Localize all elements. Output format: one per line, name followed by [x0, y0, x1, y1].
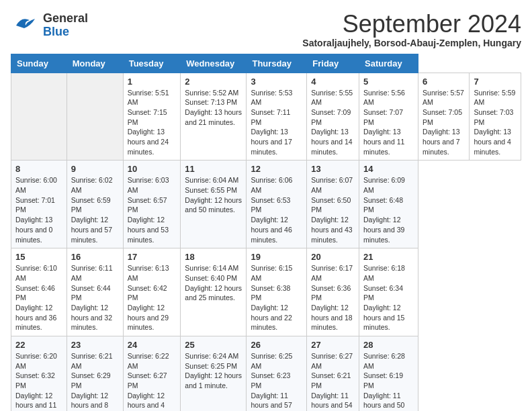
sunrise-text: Sunrise: 6:02 AM	[71, 175, 119, 195]
calendar-cell: 13Sunrise: 6:07 AMSunset: 6:50 PMDayligh…	[307, 161, 359, 248]
calendar-cell	[11, 73, 67, 161]
day-number: 28	[363, 340, 414, 350]
daylight-text: Daylight: 13 hours and 14 minutes.	[311, 127, 355, 156]
daylight-text: Daylight: 13 hours and 21 minutes.	[185, 107, 242, 127]
day-number: 26	[251, 340, 302, 350]
logo-icon	[11, 11, 40, 40]
day-info: Sunrise: 6:21 AMSunset: 6:29 PMDaylight:…	[71, 351, 119, 411]
day-number: 11	[185, 164, 242, 174]
sunset-text: Sunset: 6:42 PM	[128, 283, 177, 303]
sunrise-text: Sunrise: 6:15 AM	[251, 263, 302, 283]
calendar-cell: 11Sunrise: 6:04 AMSunset: 6:55 PMDayligh…	[181, 161, 247, 248]
daylight-text: Daylight: 12 hours and 18 minutes.	[311, 303, 355, 332]
day-info: Sunrise: 6:25 AMSunset: 6:23 PMDaylight:…	[251, 351, 302, 411]
location: Satoraljaujhely, Borsod-Abauj-Zemplen, H…	[302, 38, 521, 48]
col-saturday: Saturday	[359, 54, 418, 73]
calendar-cell: 17Sunrise: 6:13 AMSunset: 6:42 PMDayligh…	[123, 248, 181, 336]
sunrise-text: Sunrise: 6:24 AM	[185, 351, 242, 361]
day-info: Sunrise: 6:09 AMSunset: 6:48 PMDaylight:…	[363, 175, 414, 244]
sunset-text: Sunset: 7:15 PM	[128, 107, 177, 127]
calendar-cell: 4Sunrise: 5:55 AMSunset: 7:09 PMDaylight…	[307, 73, 359, 161]
calendar-cell: 18Sunrise: 6:14 AMSunset: 6:40 PMDayligh…	[181, 248, 247, 336]
daylight-text: Daylight: 12 hours and 15 minutes.	[363, 303, 414, 332]
sunrise-text: Sunrise: 5:52 AM	[185, 88, 242, 98]
day-info: Sunrise: 6:13 AMSunset: 6:42 PMDaylight:…	[128, 263, 177, 332]
day-info: Sunrise: 5:55 AMSunset: 7:09 PMDaylight:…	[311, 88, 355, 157]
day-number: 2	[185, 77, 242, 87]
calendar-cell: 19Sunrise: 6:15 AMSunset: 6:38 PMDayligh…	[247, 248, 307, 336]
sunrise-text: Sunrise: 6:10 AM	[15, 263, 62, 283]
day-info: Sunrise: 6:06 AMSunset: 6:53 PMDaylight:…	[251, 175, 302, 244]
daylight-text: Daylight: 13 hours and 24 minutes.	[128, 127, 177, 156]
calendar-cell: 15Sunrise: 6:10 AMSunset: 6:46 PMDayligh…	[11, 248, 67, 336]
calendar-cell: 10Sunrise: 6:03 AMSunset: 6:57 PMDayligh…	[123, 161, 181, 248]
page-header: General Blue September 2024 Satoraljaujh…	[11, 11, 521, 48]
sunset-text: Sunset: 7:05 PM	[423, 107, 465, 127]
calendar-cell: 20Sunrise: 6:17 AMSunset: 6:36 PMDayligh…	[307, 248, 359, 336]
day-info: Sunrise: 6:04 AMSunset: 6:55 PMDaylight:…	[185, 175, 242, 215]
daylight-text: Daylight: 12 hours and 25 minutes.	[185, 283, 242, 303]
col-thursday: Thursday	[247, 54, 307, 73]
day-number: 8	[15, 164, 62, 174]
calendar-cell: 2Sunrise: 5:52 AMSunset: 7:13 PMDaylight…	[181, 73, 247, 161]
day-info: Sunrise: 6:10 AMSunset: 6:46 PMDaylight:…	[15, 263, 62, 332]
col-sunday: Sunday	[11, 54, 67, 73]
day-info: Sunrise: 6:27 AMSunset: 6:21 PMDaylight:…	[311, 351, 355, 411]
day-number: 21	[363, 252, 414, 262]
day-number: 15	[15, 252, 62, 262]
daylight-text: Daylight: 12 hours and 50 minutes.	[185, 195, 242, 215]
daylight-text: Daylight: 13 hours and 0 minutes.	[15, 215, 62, 244]
sunrise-text: Sunrise: 6:27 AM	[311, 351, 355, 371]
daylight-text: Daylight: 12 hours and 57 minutes.	[71, 215, 119, 244]
day-number: 18	[185, 252, 242, 262]
sunset-text: Sunset: 6:34 PM	[363, 283, 414, 303]
calendar-week-row: 22Sunrise: 6:20 AMSunset: 6:32 PMDayligh…	[11, 336, 521, 411]
day-number: 19	[251, 252, 302, 262]
calendar-cell: 5Sunrise: 5:56 AMSunset: 7:07 PMDaylight…	[359, 73, 418, 161]
title-block: September 2024 Satoraljaujhely, Borsod-A…	[302, 11, 521, 48]
day-info: Sunrise: 6:07 AMSunset: 6:50 PMDaylight:…	[311, 175, 355, 244]
calendar-cell: 16Sunrise: 6:11 AMSunset: 6:44 PMDayligh…	[66, 248, 123, 336]
day-number: 4	[311, 77, 355, 87]
daylight-text: Daylight: 11 hours and 57 minutes.	[251, 391, 302, 411]
sunrise-text: Sunrise: 5:53 AM	[251, 88, 302, 107]
day-info: Sunrise: 5:53 AMSunset: 7:11 PMDaylight:…	[251, 88, 302, 157]
day-info: Sunrise: 6:00 AMSunset: 7:01 PMDaylight:…	[15, 175, 62, 244]
sunset-text: Sunset: 6:27 PM	[128, 371, 177, 390]
day-number: 17	[128, 252, 177, 262]
day-info: Sunrise: 5:57 AMSunset: 7:05 PMDaylight:…	[423, 88, 465, 157]
day-info: Sunrise: 6:28 AMSunset: 6:19 PMDaylight:…	[363, 351, 414, 411]
daylight-text: Daylight: 11 hours and 50 minutes.	[363, 391, 414, 411]
day-info: Sunrise: 5:52 AMSunset: 7:13 PMDaylight:…	[185, 88, 242, 128]
sunset-text: Sunset: 7:11 PM	[251, 107, 302, 127]
calendar-cell: 6Sunrise: 5:57 AMSunset: 7:05 PMDaylight…	[418, 73, 470, 161]
day-number: 24	[128, 340, 177, 350]
sunrise-text: Sunrise: 6:07 AM	[311, 175, 355, 195]
day-info: Sunrise: 6:03 AMSunset: 6:57 PMDaylight:…	[128, 175, 177, 244]
day-number: 7	[474, 77, 517, 87]
calendar-week-row: 15Sunrise: 6:10 AMSunset: 6:46 PMDayligh…	[11, 248, 521, 336]
calendar-cell: 24Sunrise: 6:22 AMSunset: 6:27 PMDayligh…	[123, 336, 181, 411]
day-info: Sunrise: 6:14 AMSunset: 6:40 PMDaylight:…	[185, 263, 242, 303]
daylight-text: Daylight: 12 hours and 32 minutes.	[71, 303, 119, 332]
sunrise-text: Sunrise: 5:51 AM	[128, 88, 177, 107]
sunset-text: Sunset: 6:38 PM	[251, 283, 302, 303]
col-monday: Monday	[66, 54, 123, 73]
day-info: Sunrise: 6:17 AMSunset: 6:36 PMDaylight:…	[311, 263, 355, 332]
sunset-text: Sunset: 7:01 PM	[15, 195, 62, 215]
daylight-text: Daylight: 12 hours and 46 minutes.	[251, 215, 302, 244]
col-wednesday: Wednesday	[181, 54, 247, 73]
daylight-text: Daylight: 12 hours and 53 minutes.	[128, 215, 177, 244]
day-info: Sunrise: 6:15 AMSunset: 6:38 PMDaylight:…	[251, 263, 302, 332]
sunrise-text: Sunrise: 6:00 AM	[15, 175, 62, 195]
daylight-text: Daylight: 13 hours and 4 minutes.	[474, 127, 517, 156]
day-number: 27	[311, 340, 355, 350]
day-info: Sunrise: 5:51 AMSunset: 7:15 PMDaylight:…	[128, 88, 177, 157]
day-number: 9	[71, 164, 119, 174]
daylight-text: Daylight: 11 hours and 54 minutes.	[311, 391, 355, 411]
sunrise-text: Sunrise: 5:57 AM	[423, 88, 465, 107]
month-title: September 2024	[302, 11, 521, 38]
sunset-text: Sunset: 6:57 PM	[128, 195, 177, 215]
daylight-text: Daylight: 12 hours and 8 minutes.	[71, 391, 119, 411]
sunset-text: Sunset: 6:21 PM	[311, 371, 355, 390]
